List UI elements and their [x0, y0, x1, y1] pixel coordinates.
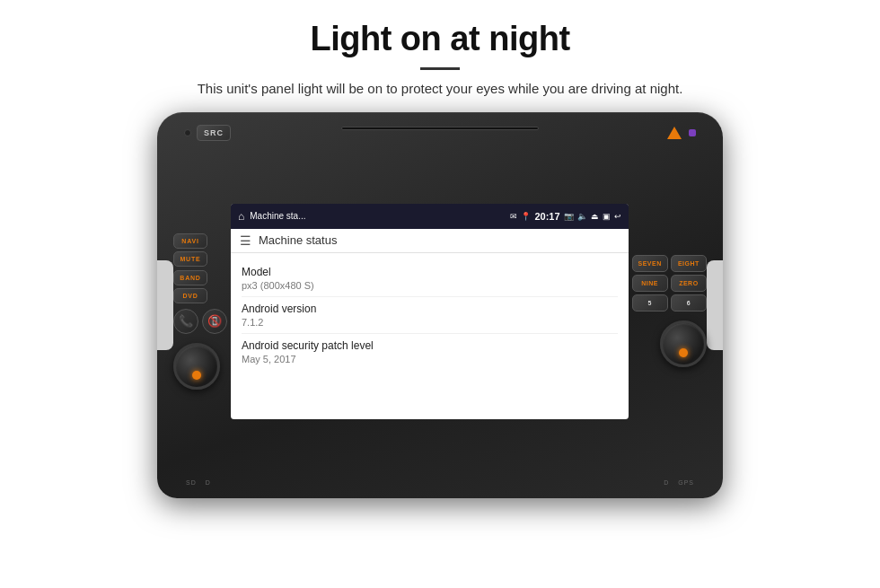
bracket-left — [157, 260, 173, 350]
info-item-android-version: Android version 7.1.2 — [242, 297, 618, 334]
patch-level-label: Android security patch level — [242, 339, 618, 352]
zero-button[interactable]: ZERO — [671, 275, 707, 292]
android-version-label: Android version — [242, 303, 618, 315]
six-button[interactable]: 6 — [671, 294, 707, 312]
right-controls: SEVEN EIGHT NINE ZERO 5 6 — [629, 255, 712, 367]
home-icon[interactable]: ⌂ — [238, 210, 244, 223]
app-header-title: Machine status — [259, 233, 337, 247]
left-knob[interactable] — [173, 343, 220, 390]
head-unit: SRC NAVI MUTE BAND DVD — [157, 112, 723, 498]
app-content: Model px3 (800x480 S) Android version 7.… — [231, 253, 629, 419]
bottom-labels-right: D GPS — [664, 479, 694, 486]
call-button[interactable]: 📞 — [173, 309, 198, 334]
hamburger-icon[interactable]: ☰ — [240, 233, 251, 248]
android-version-value: 7.1.2 — [242, 317, 618, 328]
vol-icon: 🔈 — [577, 212, 587, 221]
info-item-patch-level: Android security patch level May 5, 2017 — [242, 334, 618, 370]
camera-icon: 📷 — [564, 212, 574, 221]
screen-icon: ▣ — [603, 212, 611, 221]
model-value: px3 (800x480 S) — [242, 280, 618, 291]
gps-label: GPS — [678, 479, 694, 486]
src-button[interactable]: SRC — [197, 125, 231, 141]
top-right — [667, 127, 696, 139]
page-title: Light on at night — [310, 20, 569, 58]
page-subtitle: This unit's panel light will be on to pr… — [198, 81, 683, 96]
call-icon: 📞 — [179, 314, 193, 328]
five-button[interactable]: 5 — [632, 294, 668, 312]
navi-button[interactable]: NAVI — [173, 233, 207, 249]
top-left: SRC — [184, 125, 231, 141]
main-area: NAVI MUTE BAND DVD 📞 📵 — [168, 148, 712, 474]
left-btn-group-2: BAND DVD — [173, 270, 207, 303]
model-label: Model — [242, 266, 618, 278]
status-icons: ✉ 📍 20:17 📷 🔈 ⏏ ▣ ↩ — [510, 211, 620, 222]
dvd-button[interactable]: DVD — [173, 288, 207, 303]
page-wrapper: Light on at night This unit's panel ligh… — [0, 0, 880, 588]
end-call-icon: 📵 — [207, 314, 222, 328]
pin-icon: 📍 — [521, 212, 531, 221]
info-item-model: Model px3 (800x480 S) — [242, 260, 618, 297]
triangle-button[interactable] — [667, 127, 682, 139]
nine-button[interactable]: NINE — [632, 275, 668, 292]
sd-label: SD — [186, 479, 197, 486]
bottom-bar: SD D D GPS — [168, 474, 712, 489]
band-button[interactable]: BAND — [173, 270, 207, 285]
bracket-right — [707, 260, 723, 350]
status-time: 20:17 — [534, 211, 559, 222]
patch-level-value: May 5, 2017 — [242, 354, 618, 364]
eight-button[interactable]: EIGHT — [671, 255, 707, 272]
num-btn-grid: SEVEN EIGHT NINE ZERO 5 6 — [632, 255, 707, 312]
right-knob[interactable] — [660, 320, 707, 367]
seven-button[interactable]: SEVEN — [632, 255, 668, 272]
left-btn-group-1: NAVI MUTE — [173, 233, 207, 267]
phone-buttons: 📞 📵 — [173, 309, 227, 334]
status-app-name: Machine sta... — [250, 211, 505, 221]
title-divider — [420, 67, 460, 70]
android-screen: ⌂ Machine sta... ✉ 📍 20:17 📷 🔈 ⏏ ▣ ↩ — [231, 204, 629, 419]
bottom-labels-left: SD D — [186, 479, 211, 486]
msg-icon: ✉ — [510, 212, 517, 221]
back-icon[interactable]: ↩ — [614, 212, 621, 221]
cd-slot — [341, 127, 539, 130]
top-bar: SRC — [168, 125, 712, 148]
left-controls: NAVI MUTE BAND DVD 📞 📵 — [168, 233, 231, 390]
camera-dot — [184, 129, 191, 136]
d-label-left: D — [206, 479, 211, 486]
eject-icon: ⏏ — [591, 212, 599, 221]
app-header: ☰ Machine status — [231, 229, 629, 253]
purple-indicator — [689, 129, 696, 136]
d-label-right: D — [664, 479, 669, 486]
end-call-button[interactable]: 📵 — [202, 309, 227, 334]
mute-button[interactable]: MUTE — [173, 251, 207, 267]
status-bar: ⌂ Machine sta... ✉ 📍 20:17 📷 🔈 ⏏ ▣ ↩ — [231, 204, 629, 229]
